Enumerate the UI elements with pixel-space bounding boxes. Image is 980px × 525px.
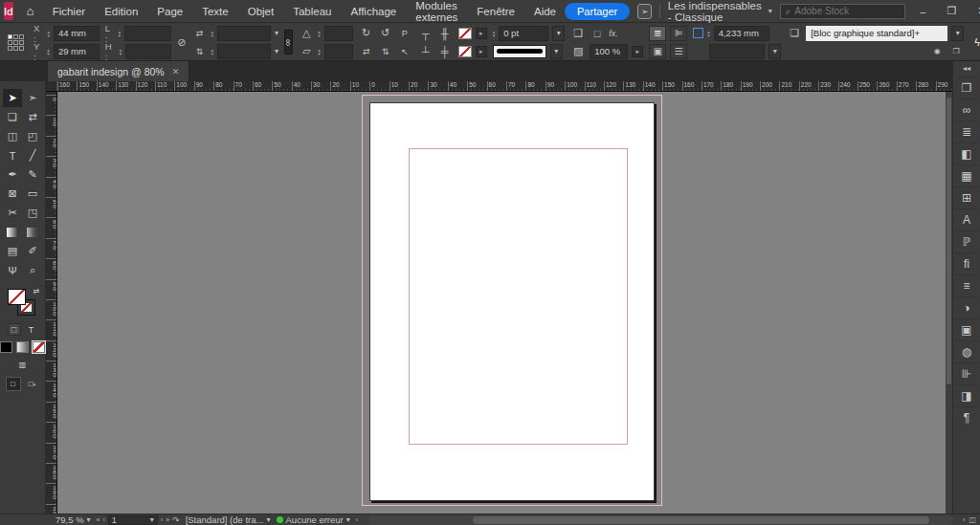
ruler-origin[interactable] xyxy=(46,81,57,92)
swap-fill-stroke-icon[interactable]: ⇄ xyxy=(33,287,40,295)
expand-panels-icon[interactable]: ◂◂ xyxy=(963,64,970,73)
chevron-down-icon[interactable]: ▾ xyxy=(550,44,563,59)
cc-libraries-panel-icon[interactable]: ⊞ xyxy=(955,186,978,208)
preflight-status[interactable]: Aucune erreur ▾ xyxy=(277,514,350,525)
stroke-style-dropdown[interactable] xyxy=(493,45,546,58)
width-field[interactable] xyxy=(124,26,171,41)
vertical-ruler[interactable]: 0102030405060708090100110120130140150160… xyxy=(46,92,57,514)
restore-button[interactable]: ❐ xyxy=(940,5,963,17)
line-tool[interactable]: ╱ xyxy=(23,146,42,164)
effects-menu-icon[interactable]: fx. xyxy=(609,29,618,38)
free-transform-tool[interactable]: ◳ xyxy=(23,204,42,222)
preview-mode-button[interactable]: □▾ xyxy=(25,377,40,391)
stroke-weight-spinner[interactable] xyxy=(493,30,496,37)
scroll-left-icon[interactable]: ‹ xyxy=(356,516,358,523)
menu-aide[interactable]: Aide xyxy=(525,3,565,20)
preflight-profile-control[interactable]: [Standard] (de tra... ▾ xyxy=(186,514,271,525)
gradient-tool[interactable] xyxy=(3,223,22,241)
chevron-down-icon[interactable]: ▾ xyxy=(275,47,278,55)
gradient-feather-tool[interactable] xyxy=(23,223,42,241)
stroke-color-swatch[interactable] xyxy=(458,46,472,57)
rectangle-tool[interactable]: ▭ xyxy=(23,185,42,203)
stroke-flyout-icon[interactable]: ▸ xyxy=(476,46,487,57)
last-page-button[interactable]: » xyxy=(166,516,169,523)
select-container-icon[interactable]: P xyxy=(397,29,412,38)
chevron-down-icon[interactable]: ▾ xyxy=(552,26,565,41)
content-placer-tool[interactable]: ◰ xyxy=(23,127,42,145)
paragraph-styles-panel-icon[interactable]: ℙ xyxy=(955,230,978,252)
apply-color-button[interactable] xyxy=(0,341,12,353)
y-field[interactable]: 29 mm xyxy=(54,44,100,59)
pen-tool[interactable]: ✒ xyxy=(3,165,22,184)
formatting-affects-container-button[interactable]: □ xyxy=(8,323,21,336)
page-tool[interactable]: ❏ xyxy=(3,108,22,126)
chevron-down-icon[interactable]: ▾ xyxy=(768,44,781,59)
color-panel-icon[interactable]: ◧ xyxy=(955,142,978,164)
scissors-tool[interactable]: ✂ xyxy=(3,204,22,222)
drop-shadow-icon[interactable]: □ xyxy=(590,28,605,39)
menu-texte[interactable]: Texte xyxy=(193,3,237,20)
properties-panel-icon[interactable]: ≡ xyxy=(955,274,978,296)
x-spinner[interactable] xyxy=(47,30,50,37)
wrap-bounding-box-button[interactable]: ⊫ xyxy=(670,26,687,41)
reference-point-proxy[interactable] xyxy=(8,34,24,51)
selection-tool[interactable]: ➤ xyxy=(3,89,22,107)
horizontal-ruler[interactable]: 1601501401301201101009080706050403020100… xyxy=(46,81,952,92)
glyphs-panel-icon[interactable]: ﬁ xyxy=(955,252,978,274)
wrap-jump-button[interactable]: ☰ xyxy=(670,44,687,59)
object-style-dropdown[interactable]: [Bloc graphique standard]+ xyxy=(806,26,947,41)
rotate-cw-icon[interactable]: ↻ xyxy=(359,27,374,39)
pathfinder-panel-icon[interactable]: ◨ xyxy=(955,384,978,406)
frame-tool[interactable]: ⊠ xyxy=(3,185,22,203)
menu-page[interactable]: Page xyxy=(148,3,191,20)
color-themes-panel-icon[interactable]: ◑ xyxy=(955,296,978,318)
constrain-dimensions-icon[interactable]: ⊘ xyxy=(177,36,186,49)
page-history-icon[interactable]: ↷ xyxy=(172,515,180,525)
x-field[interactable]: 44 mm xyxy=(54,26,100,41)
layers-panel-icon[interactable]: ▣ xyxy=(955,318,978,340)
corner-options-icon[interactable]: ❑ xyxy=(570,27,586,39)
style-options-icon[interactable]: ❒ xyxy=(948,47,964,55)
pencil-tool[interactable]: ✎ xyxy=(23,165,42,184)
flip-vertical-icon[interactable]: ⇅ xyxy=(378,47,393,56)
normal-view-mode-button[interactable]: □ xyxy=(6,377,21,391)
scale-x-spinner[interactable] xyxy=(211,30,213,37)
home-icon[interactable]: ⌂ xyxy=(27,4,34,18)
next-page-button[interactable]: › xyxy=(161,516,163,523)
fill-color-swatch[interactable] xyxy=(458,28,472,39)
minimize-button[interactable]: – xyxy=(913,6,932,17)
menu-modules-externes[interactable]: Modules externes xyxy=(407,0,466,26)
hand-tool[interactable]: Ψ xyxy=(3,261,22,279)
pages-panel-icon[interactable]: ❐ xyxy=(955,77,978,98)
menu-tableau[interactable]: Tableau xyxy=(284,3,340,20)
stroke-weight-field[interactable]: 0 pt xyxy=(499,26,548,41)
menu-affichage[interactable]: Affichage xyxy=(342,3,405,20)
scale-y-field[interactable] xyxy=(217,44,271,59)
menu-fenetre[interactable]: Fenêtre xyxy=(468,3,523,20)
links-panel-icon[interactable]: ∞ xyxy=(955,98,978,120)
align-bottom-icon[interactable]: ┴ xyxy=(418,46,434,57)
width-spinner[interactable] xyxy=(118,30,121,37)
y-spinner[interactable] xyxy=(47,48,50,55)
height-field[interactable] xyxy=(125,44,171,59)
menu-objet[interactable]: Objet xyxy=(239,3,283,20)
content-collector-tool[interactable]: ◫ xyxy=(3,127,22,145)
previous-page-button[interactable]: ‹ xyxy=(103,516,105,523)
fill-stroke-indicator[interactable]: ⇄ xyxy=(8,289,38,317)
page-number-field[interactable]: 1▾ xyxy=(108,515,158,525)
flip-horizontal-icon[interactable]: ⇄ xyxy=(359,47,374,56)
horizontal-scrollbar[interactable] xyxy=(368,515,953,525)
constrain-scale-link-icon[interactable]: ∞ xyxy=(284,30,293,55)
corner-shape-dropdown[interactable] xyxy=(709,44,765,59)
quick-apply-icon[interactable]: ϟ xyxy=(969,36,980,48)
first-page-button[interactable]: « xyxy=(97,516,100,523)
apply-gradient-button[interactable] xyxy=(16,341,29,353)
align-panel-icon[interactable]: ⊪ xyxy=(955,362,978,384)
menu-edition[interactable]: Edition xyxy=(96,3,146,20)
zoom-tool[interactable]: ⌕ xyxy=(23,261,42,279)
type-tool[interactable]: T xyxy=(3,146,22,164)
wrap-object-shape-button[interactable]: ▣ xyxy=(649,44,666,59)
pasteboard[interactable] xyxy=(57,92,946,514)
rotation-spinner[interactable] xyxy=(318,30,321,37)
fill-swatch-none[interactable] xyxy=(8,289,26,305)
